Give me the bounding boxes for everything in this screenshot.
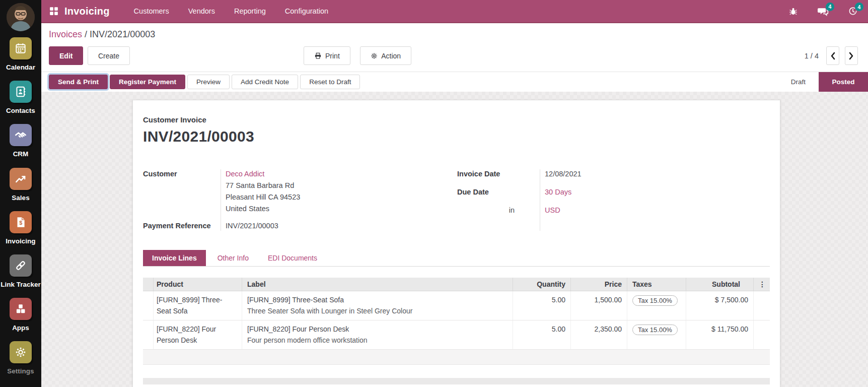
column-header-price[interactable]: Price — [571, 278, 627, 291]
breadcrumb-current: INV/2021/00003 — [90, 29, 155, 39]
column-header-taxes[interactable]: Taxes — [627, 278, 686, 291]
column-header-quantity[interactable]: Quantity — [513, 278, 571, 291]
reset-to-draft-button[interactable]: Reset to Draft — [300, 75, 360, 89]
field-payment-reference: Payment Reference INV/2021/00003 — [143, 220, 453, 232]
debug-bug-icon[interactable] — [788, 7, 798, 16]
tab-edi-documents[interactable]: EDI Documents — [260, 250, 325, 266]
contacts-icon — [10, 81, 32, 103]
sidebar-item-link-tracker[interactable]: Link Tracker — [1, 254, 41, 289]
address-line: Pleasant Hill CA 94523 — [226, 191, 300, 203]
activities-count-badge: 4 — [855, 3, 863, 11]
cell-subtotal: $ 7,500.00 — [686, 291, 754, 320]
document-type-label: Customer Invoice — [143, 115, 770, 124]
table-header-row: Product Label Quantity Price Taxes Subto… — [143, 278, 770, 291]
address-line: United States — [226, 203, 300, 215]
apps-cubes-icon — [10, 298, 32, 320]
field-group-right: Invoice Date 12/08/2021 Due Date 30 Days… — [457, 168, 770, 232]
preview-button[interactable]: Preview — [187, 75, 230, 89]
invoice-date-value: 12/08/2021 — [540, 168, 582, 180]
chevron-left-icon — [830, 52, 835, 60]
pager: 1 / 4 — [805, 46, 858, 65]
svg-text:$: $ — [19, 220, 22, 226]
edit-button[interactable]: Edit — [49, 46, 83, 65]
cell-label: [FURN_8220] Four Person Desk Four person… — [242, 320, 513, 349]
settings-gear-icon — [10, 341, 32, 363]
printer-icon — [314, 52, 322, 59]
sidebar-label: Contacts — [6, 107, 35, 115]
state-posted-active[interactable]: Posted — [819, 72, 868, 92]
link-chain-icon — [10, 254, 32, 277]
line-description: Four person modern office workstation — [247, 335, 508, 346]
messages-count-badge: 4 — [826, 3, 834, 11]
cell-label: [FURN_8999] Three-Seat Sofa Three Seater… — [242, 291, 513, 320]
statusbar: Send & Print Register Payment Preview Ad… — [41, 72, 868, 92]
cell-options — [754, 291, 771, 320]
breadcrumb-separator: / — [85, 29, 87, 39]
table-row[interactable]: [FURN_8220] Four Person Desk [FURN_8220]… — [143, 320, 770, 350]
pager-count: 1 / 4 — [805, 52, 819, 60]
cell-taxes: Tax 15.00% — [627, 320, 686, 349]
sidebar-item-sales[interactable]: Sales — [10, 168, 32, 202]
apps-menu-grid-icon[interactable] — [49, 7, 58, 16]
invoice-lines-table: Product Label Quantity Price Taxes Subto… — [143, 278, 770, 365]
column-header-subtotal[interactable]: Subtotal — [686, 278, 754, 291]
sidebar-item-calendar[interactable]: Calendar — [6, 37, 35, 72]
main-area: Invoicing Customers Vendors Reporting Co… — [41, 0, 868, 387]
customer-link[interactable]: Deco Addict — [226, 168, 300, 180]
field-due-date: Due Date 30 Days — [457, 186, 770, 198]
field-currency: in USD — [457, 205, 770, 216]
nav-menu-customers[interactable]: Customers — [134, 7, 169, 15]
breadcrumb: Invoices / INV/2021/00003 — [49, 29, 868, 40]
payment-reference-value: INV/2021/00003 — [221, 220, 278, 232]
action-button-group: Print Action — [304, 46, 411, 65]
due-date-value-link[interactable]: 30 Days — [540, 186, 571, 198]
sidebar-item-crm[interactable]: CRM — [10, 124, 32, 158]
cell-options — [754, 320, 771, 349]
action-button[interactable]: Action — [360, 46, 411, 65]
field-group-left: Customer Deco Addict 77 Santa Barbara Rd… — [143, 168, 453, 232]
sidebar-label: Calendar — [6, 63, 35, 72]
nav-menu-reporting[interactable]: Reporting — [234, 7, 266, 15]
create-button[interactable]: Create — [88, 46, 130, 65]
pager-previous-button[interactable] — [826, 46, 839, 65]
tab-other-info[interactable]: Other Info — [210, 250, 256, 266]
field-invoice-date: Invoice Date 12/08/2021 — [457, 168, 770, 180]
currency-prefix: in — [457, 205, 540, 216]
customer-address: 77 Santa Barbara Rd Pleasant Hill CA 945… — [226, 180, 300, 215]
field-customer: Customer Deco Addict 77 Santa Barbara Rd… — [143, 168, 453, 215]
print-button[interactable]: Print — [304, 46, 350, 65]
pager-next-button[interactable] — [845, 46, 858, 65]
breadcrumb-invoices-link[interactable]: Invoices — [49, 29, 82, 39]
cell-price: 2,350.00 — [571, 320, 627, 349]
sidebar-item-contacts[interactable]: Contacts — [6, 81, 35, 115]
state-draft[interactable]: Draft — [778, 78, 819, 86]
calendar-icon — [10, 37, 32, 59]
user-avatar[interactable] — [7, 3, 35, 31]
line-label: [FURN_8999] Three-Seat Sofa — [247, 295, 508, 306]
field-divider — [540, 169, 540, 231]
customer-value: Deco Addict 77 Santa Barbara Rd Pleasant… — [221, 168, 300, 215]
print-button-label: Print — [325, 52, 340, 60]
invoice-sheet: Customer Invoice INV/2021/00003 Customer… — [132, 100, 780, 387]
app-name[interactable]: Invoicing — [64, 6, 110, 17]
messages-chat-icon[interactable]: 4 — [817, 6, 829, 17]
column-header-label[interactable]: Label — [242, 278, 513, 291]
sidebar-item-invoicing[interactable]: $ Invoicing — [6, 211, 35, 245]
nav-menu-configuration[interactable]: Configuration — [285, 7, 328, 15]
top-navbar: Invoicing Customers Vendors Reporting Co… — [41, 0, 868, 23]
nav-menu-vendors[interactable]: Vendors — [188, 7, 215, 15]
tab-invoice-lines[interactable]: Invoice Lines — [143, 250, 206, 266]
table-row[interactable]: [FURN_8999] Three-Seat Sofa [FURN_8999] … — [143, 291, 770, 320]
sidebar-item-settings[interactable]: Settings — [7, 341, 34, 375]
optional-columns-kebab-icon[interactable]: ⋮ — [754, 278, 771, 291]
sidebar-item-apps[interactable]: Apps — [10, 298, 32, 332]
avatar-photo-icon — [7, 3, 35, 31]
send-print-button[interactable]: Send & Print — [49, 75, 108, 89]
invoicing-document-icon: $ — [10, 211, 32, 233]
column-header-product[interactable]: Product — [152, 278, 242, 291]
action-button-label: Action — [381, 52, 401, 60]
register-payment-button[interactable]: Register Payment — [110, 75, 185, 89]
add-credit-note-button[interactable]: Add Credit Note — [232, 75, 298, 89]
currency-link[interactable]: USD — [540, 205, 560, 216]
activities-clock-icon[interactable]: 4 — [848, 6, 858, 16]
